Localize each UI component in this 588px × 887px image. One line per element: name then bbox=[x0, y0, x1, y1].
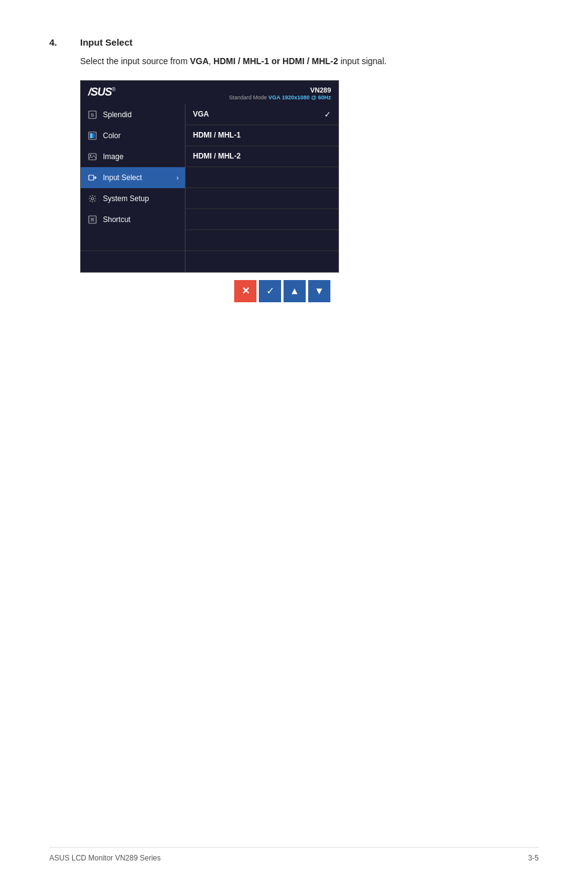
input-select-label: Input Select bbox=[103, 173, 171, 182]
section-description: Select the input source from VGA, HDMI /… bbox=[80, 55, 539, 68]
color-label: Color bbox=[103, 131, 179, 140]
footer-right: 3-5 bbox=[528, 854, 539, 862]
system-setup-icon bbox=[87, 193, 98, 204]
image-label: Image bbox=[103, 152, 179, 161]
desc-text-3: input signal. bbox=[338, 56, 387, 66]
color-icon bbox=[87, 130, 98, 141]
svg-text:S: S bbox=[91, 112, 94, 118]
input-select-icon bbox=[87, 172, 98, 183]
menu-item-input-select[interactable]: Input Select › bbox=[81, 167, 185, 188]
osd-mode-text: Standard Mode VGA 1920x1080 @ 60Hz bbox=[229, 94, 331, 102]
input-select-arrow: › bbox=[176, 174, 179, 181]
hdmi-mhl1-label: HDMI / MHL-1 bbox=[193, 131, 331, 139]
osd-right-panel: VGA ✓ HDMI / MHL-1 HDMI / MHL-2 bbox=[186, 104, 338, 272]
right-empty-5 bbox=[186, 251, 338, 272]
section-title: Input Select bbox=[80, 37, 133, 47]
right-item-hdmi-mhl1[interactable]: HDMI / MHL-1 bbox=[186, 125, 338, 146]
osd-menu: /SUS® VN289 Standard Mode VGA 1920x1080 … bbox=[80, 80, 339, 273]
down-button[interactable]: ▼ bbox=[308, 280, 330, 302]
svg-point-9 bbox=[91, 197, 94, 200]
menu-item-shortcut[interactable]: ⌘ Shortcut bbox=[81, 209, 185, 230]
right-item-hdmi-mhl2[interactable]: HDMI / MHL-2 bbox=[186, 146, 338, 167]
shortcut-icon: ⌘ bbox=[87, 214, 98, 225]
desc-bold-2: HDMI / MHL-1 or HDMI / MHL-2 bbox=[213, 56, 338, 66]
splendid-icon: S bbox=[87, 109, 98, 120]
svg-text:⌘: ⌘ bbox=[90, 217, 95, 223]
svg-rect-7 bbox=[89, 175, 94, 180]
osd-body: S Splendid bbox=[81, 104, 338, 272]
right-empty-1 bbox=[186, 167, 338, 188]
up-button[interactable]: ▲ bbox=[284, 280, 306, 302]
vga-label: VGA bbox=[193, 110, 319, 118]
section-header: 4. Input Select bbox=[49, 37, 539, 47]
shortcut-label: Shortcut bbox=[103, 215, 179, 224]
osd-wrapper: /SUS® VN289 Standard Mode VGA 1920x1080 … bbox=[80, 80, 539, 302]
mode-label: Standard Mode bbox=[229, 94, 267, 101]
section-body: Select the input source from VGA, HDMI /… bbox=[80, 55, 539, 302]
footer-left: ASUS LCD Monitor VN289 Series bbox=[49, 854, 161, 862]
osd-header: /SUS® VN289 Standard Mode VGA 1920x1080 … bbox=[81, 81, 338, 104]
menu-item-splendid[interactable]: S Splendid bbox=[81, 104, 185, 125]
logo-text: SUS bbox=[91, 86, 112, 98]
logo-trademark: ® bbox=[112, 86, 115, 93]
menu-item-color[interactable]: Color bbox=[81, 125, 185, 146]
svg-point-6 bbox=[90, 155, 91, 156]
splendid-label: Splendid bbox=[103, 110, 179, 119]
osd-model-info: VN289 Standard Mode VGA 1920x1080 @ 60Hz bbox=[229, 86, 331, 102]
section-number: 4. bbox=[49, 37, 80, 47]
osd-controls: ✕ ✓ ▲ ▼ bbox=[234, 280, 330, 302]
right-empty-3 bbox=[186, 209, 338, 230]
svg-rect-3 bbox=[90, 133, 92, 138]
asus-logo: /SUS® bbox=[88, 86, 115, 99]
desc-bold-1: VGA bbox=[190, 56, 208, 66]
svg-rect-4 bbox=[92, 133, 95, 138]
page-content: 4. Input Select Select the input source … bbox=[0, 0, 588, 352]
vga-checkmark: ✓ bbox=[324, 110, 331, 119]
hdmi-mhl2-label: HDMI / MHL-2 bbox=[193, 152, 331, 160]
empty-row-2 bbox=[81, 251, 185, 272]
close-button[interactable]: ✕ bbox=[234, 280, 256, 302]
right-empty-2 bbox=[186, 188, 338, 209]
osd-left-menu: S Splendid bbox=[81, 104, 186, 272]
system-setup-label: System Setup bbox=[103, 194, 179, 203]
desc-text-1: Select the input source from bbox=[80, 56, 190, 66]
image-icon bbox=[87, 151, 98, 162]
page-footer: ASUS LCD Monitor VN289 Series 3-5 bbox=[49, 847, 539, 862]
menu-item-system-setup[interactable]: System Setup bbox=[81, 188, 185, 209]
mode-value: VGA 1920x1080 @ 60Hz bbox=[268, 94, 331, 101]
osd-model-name: VN289 bbox=[229, 86, 331, 94]
confirm-button[interactable]: ✓ bbox=[259, 280, 281, 302]
empty-row-1 bbox=[81, 230, 185, 251]
right-empty-4 bbox=[186, 230, 338, 251]
menu-item-image[interactable]: Image bbox=[81, 146, 185, 167]
right-item-vga[interactable]: VGA ✓ bbox=[186, 104, 338, 125]
